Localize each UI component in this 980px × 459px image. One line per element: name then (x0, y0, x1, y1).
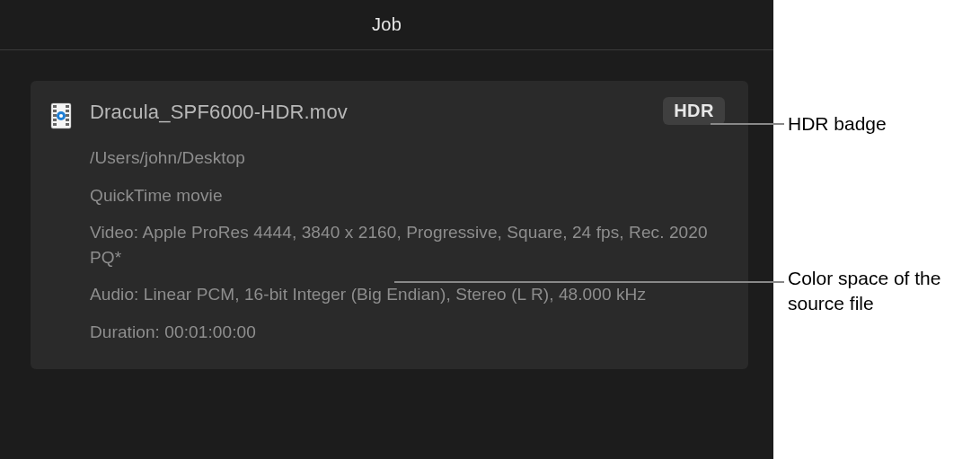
svg-rect-7 (66, 110, 69, 112)
job-video-info: Video: Apple ProRes 4444, 3840 x 2160, P… (90, 220, 725, 269)
movie-file-icon (50, 102, 72, 129)
job-panel: Job Dra (0, 0, 773, 459)
callout-line-hdr (711, 123, 784, 125)
callout-colorspace: Color space of the source file (788, 266, 980, 317)
job-container: QuickTime movie (90, 183, 725, 208)
svg-rect-9 (66, 119, 69, 121)
callout-line-colorspace (394, 281, 784, 283)
svg-rect-5 (53, 123, 57, 126)
job-filename: Dracula_SPF6000-HDR.mov (90, 101, 348, 124)
job-duration: Duration: 00:01:00:00 (90, 320, 725, 345)
svg-rect-1 (53, 105, 57, 108)
hdr-badge: HDR (663, 97, 725, 125)
svg-rect-2 (53, 110, 57, 112)
job-path: /Users/john/Desktop (90, 146, 725, 171)
job-audio-info: Audio: Linear PCM, 16-bit Integer (Big E… (90, 282, 725, 307)
svg-rect-6 (66, 105, 69, 108)
job-card[interactable]: Dracula_SPF6000-HDR.mov HDR /Users/john/… (31, 81, 748, 369)
svg-rect-3 (53, 114, 57, 117)
svg-point-12 (59, 114, 63, 118)
svg-rect-4 (53, 119, 57, 121)
job-details: /Users/john/Desktop QuickTime movie Vide… (90, 146, 725, 344)
callout-hdr-badge: HDR badge (788, 111, 887, 137)
svg-rect-8 (66, 114, 69, 117)
job-header: Dracula_SPF6000-HDR.mov (50, 101, 725, 129)
panel-title: Job (372, 14, 402, 35)
svg-rect-10 (66, 123, 69, 126)
panel-header: Job (0, 0, 773, 50)
